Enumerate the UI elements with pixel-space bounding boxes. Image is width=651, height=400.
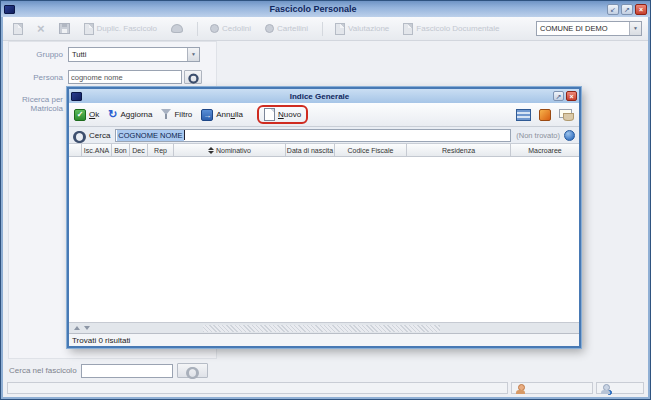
- persona-search-button[interactable]: [184, 70, 202, 84]
- not-found-status: (Non trovato): [516, 131, 560, 140]
- new-document-icon: [264, 108, 275, 121]
- table-header: Isc.ANA Bon Dec Rep Nominativo Data di n…: [69, 144, 579, 157]
- indice-generale-dialog: Indice Generale ↗ × ✓ Ok ↻ Aggiorna Filt…: [67, 87, 581, 348]
- check-icon: ✓: [74, 109, 86, 121]
- cerca-nel-fascicolo-input[interactable]: [81, 364, 173, 378]
- valutazione-label: Valutazione: [348, 24, 389, 33]
- main-titlebar: Fascicolo Personale ↙ ↗ ×: [1, 1, 650, 17]
- gruppo-combobox-value: Tutti: [69, 50, 187, 59]
- column-header-isc-ana[interactable]: Isc.ANA: [82, 144, 112, 156]
- text-caret: [184, 130, 185, 140]
- cedolini-icon: [210, 24, 219, 33]
- persona-label: Persona: [11, 70, 63, 82]
- restore-icon[interactable]: ↗: [621, 4, 633, 15]
- scroll-down-icon[interactable]: [84, 326, 90, 330]
- dialog-search-row: Cerca COGNOME NOME (Non trovato): [69, 127, 579, 144]
- ok-button[interactable]: ✓ Ok: [74, 109, 99, 121]
- column-header-blank[interactable]: [69, 144, 82, 156]
- fascicolo-documentale-button[interactable]: Fascicolo Documentale: [403, 23, 499, 35]
- binoculars-icon: [188, 74, 198, 80]
- cedolini-button[interactable]: Cedolini: [210, 24, 251, 33]
- duplicate-icon: [84, 23, 94, 35]
- app-icon: [4, 5, 15, 14]
- column-header-rep[interactable]: Rep: [148, 144, 174, 156]
- persona-input[interactable]: [68, 70, 182, 84]
- fascicolo-documentale-label: Fascicolo Documentale: [416, 24, 499, 33]
- screenshot-root: { "icons": { "minimize": "↙", "restore":…: [0, 0, 651, 400]
- statusbar-segment-session: [596, 382, 644, 394]
- binoculars-icon: [73, 131, 86, 139]
- column-header-data-di-nascita[interactable]: Data di nascita: [286, 144, 335, 156]
- valutazione-button[interactable]: Valutazione: [335, 23, 389, 35]
- fascicolo-documentale-icon: [403, 23, 413, 35]
- duplica-fascicolo-button[interactable]: Duplic. Fascicolo: [84, 23, 157, 35]
- statusbar-segment: [7, 382, 508, 394]
- cedolini-label: Cedolini: [222, 24, 251, 33]
- scrollbar-track[interactable]: [203, 325, 440, 332]
- nuovo-button[interactable]: Nuovo: [257, 105, 308, 124]
- window-controls: ↙ ↗ ×: [607, 4, 647, 15]
- hand-card-icon[interactable]: [559, 109, 574, 121]
- cartellini-button[interactable]: Cartellini: [265, 24, 308, 33]
- main-window: Fascicolo Personale ↙ ↗ × × Duplic. Fasc…: [0, 0, 651, 400]
- filtro-button[interactable]: Filtro: [161, 109, 192, 120]
- dialog-title: Indice Generale: [86, 92, 553, 101]
- column-header-codice-fiscale[interactable]: Codice Fiscale: [335, 144, 407, 156]
- chevron-down-icon[interactable]: ▼: [629, 22, 641, 35]
- export-cube-icon[interactable]: [539, 109, 551, 121]
- column-header-dec[interactable]: Dec: [130, 144, 148, 156]
- stamp-icon: [171, 24, 183, 33]
- refresh-icon: ↻: [108, 109, 117, 120]
- binoculars-icon: [186, 367, 199, 375]
- cerca-input-selected-text: COGNOME NOME: [117, 130, 183, 141]
- dialog-window-controls: ↗ ×: [553, 91, 577, 101]
- column-header-residenza[interactable]: Residenza: [407, 144, 511, 156]
- column-header-nominativo[interactable]: Nominativo: [174, 144, 286, 156]
- aggiorna-button[interactable]: ↻ Aggiorna: [108, 109, 152, 120]
- sort-icon: [208, 147, 214, 154]
- close-icon[interactable]: ×: [635, 4, 647, 15]
- restore-icon[interactable]: ↗: [553, 91, 564, 101]
- grid-view-icon[interactable]: [516, 109, 531, 121]
- user-icon: [516, 384, 525, 393]
- annulla-button[interactable]: → Annulla: [201, 109, 243, 121]
- chevron-down-icon[interactable]: ▼: [187, 48, 199, 61]
- client-area: × Duplic. Fascicolo Cedolini Cartellini …: [1, 17, 650, 399]
- minimize-icon[interactable]: ↙: [607, 4, 619, 15]
- toolbar-separator: [197, 22, 198, 36]
- footer-search-row: Cerca nel fascicolo: [9, 363, 208, 378]
- dialog-toolbar: ✓ Ok ↻ Aggiorna Filtro → Annulla: [69, 103, 579, 127]
- duplica-fascicolo-label: Duplic. Fascicolo: [97, 24, 157, 33]
- status-badge: [607, 390, 612, 395]
- statusbar-segment-user: [511, 382, 593, 394]
- horizontal-scrollbar: [69, 322, 579, 333]
- cartellini-label: Cartellini: [277, 24, 308, 33]
- ente-combobox-value: COMUNE DI DEMO: [537, 24, 629, 33]
- cerca-label: Cerca: [89, 131, 110, 140]
- ente-combobox[interactable]: COMUNE DI DEMO ▼: [536, 21, 642, 36]
- dialog-app-icon: [71, 92, 82, 101]
- table-body-empty: [69, 157, 579, 322]
- scroll-up-icon[interactable]: [74, 326, 80, 330]
- delete-button[interactable]: ×: [37, 23, 45, 35]
- cerca-input[interactable]: COGNOME NOME: [115, 129, 511, 142]
- column-header-macroaree[interactable]: Macroaree: [511, 144, 579, 156]
- search-go-icon[interactable]: [564, 130, 575, 141]
- dialog-statusbar: Trovati 0 risultati: [69, 333, 579, 346]
- cartellini-icon: [265, 24, 274, 33]
- cerca-nel-fascicolo-button[interactable]: [177, 363, 208, 378]
- user-status-icon: [601, 384, 610, 393]
- document-icon: [13, 23, 23, 35]
- close-icon[interactable]: ×: [566, 91, 577, 101]
- save-button[interactable]: [59, 23, 70, 34]
- cerca-nel-fascicolo-label: Cerca nel fascicolo: [9, 366, 77, 375]
- window-title: Fascicolo Personale: [19, 4, 607, 14]
- persona-row: Persona: [9, 70, 216, 84]
- column-header-bon[interactable]: Bon: [112, 144, 130, 156]
- gruppo-row: Gruppo Tutti ▼: [9, 47, 216, 62]
- valutazione-icon: [335, 23, 345, 35]
- dialog-titlebar: Indice Generale ↗ ×: [69, 89, 579, 103]
- new-fascicolo-button[interactable]: [13, 23, 23, 35]
- stamp-button[interactable]: [171, 24, 183, 33]
- gruppo-combobox[interactable]: Tutti ▼: [68, 47, 200, 62]
